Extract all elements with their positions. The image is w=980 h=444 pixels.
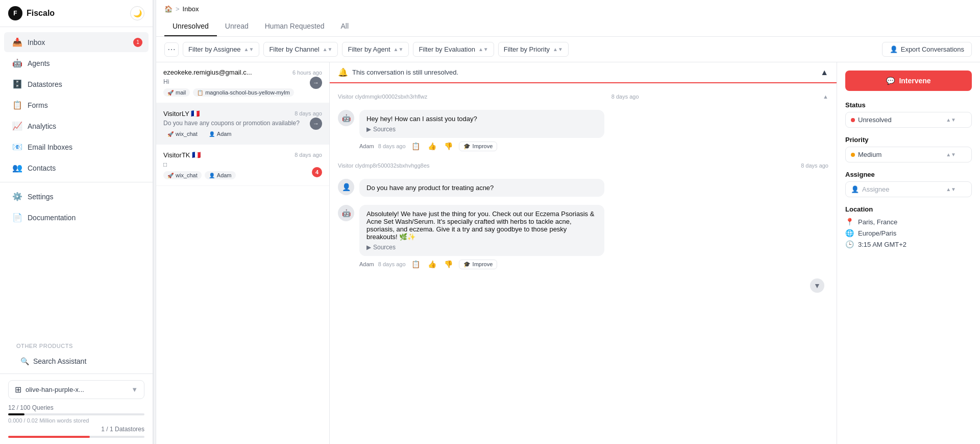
search-assistant-button[interactable]: 🔍 Search Assistant [12, 352, 140, 370]
breadcrumb-separator: > [176, 5, 180, 13]
priority-dot-icon [851, 153, 855, 157]
conv-email-3: VisitorTK 🇫🇷 [163, 151, 201, 159]
conversation-item-3[interactable]: VisitorTK 🇫🇷 8 days ago □ 🚀 wix_chat 👤 [156, 145, 329, 186]
settings-icon: ⚙️ [12, 192, 22, 201]
documentation-icon: 📄 [12, 213, 22, 222]
filter-assignee-chevron-icon: ▲▼ [244, 46, 254, 52]
status-label: Status [845, 101, 972, 109]
thumbs-down-button-3[interactable]: 👎 [443, 258, 455, 270]
filter-evaluation[interactable]: Filter by Evaluation ▲▼ [413, 42, 494, 57]
sidebar-item-analytics[interactable]: 📈 Analytics [4, 116, 149, 136]
inbox-header: 🏠 > Inbox Unresolved Unread Human Reques… [156, 0, 980, 37]
queries-info: 12 / 100 Queries [8, 404, 144, 411]
status-value: Unresolved [858, 116, 892, 124]
panels: ezeokeke.remigius@gmail.c... 6 hours ago… [156, 62, 980, 444]
storage-label: 0.000 / 0.02 Million words stored [8, 417, 89, 424]
inbox-icon: 📥 [12, 37, 22, 47]
filter-evaluation-label: Filter by Evaluation [419, 45, 475, 53]
conversation-item-1[interactable]: ezeokeke.remigius@gmail.c... 6 hours ago… [156, 62, 329, 103]
intervene-button[interactable]: 💬 Intervene [845, 71, 972, 91]
filter-channel[interactable]: Filter by Channel ▲▼ [263, 42, 338, 57]
export-conversations-button[interactable]: 👤 Export Conversations [882, 42, 972, 57]
sources-toggle-3[interactable]: ▶ Sources [366, 244, 597, 251]
visitor-bar-chevron-icon[interactable]: ▲ [823, 94, 828, 100]
improve-button-3[interactable]: 🎓 Improve [459, 260, 498, 269]
sidebar-item-contacts-label: Contacts [28, 164, 56, 172]
tab-human-requested[interactable]: Human Requested [257, 18, 333, 36]
assignee-chevron-icon: ▲▼ [946, 186, 956, 192]
sources-toggle-1[interactable]: ▶ Sources [366, 126, 597, 133]
tab-all[interactable]: All [333, 18, 357, 36]
priority-select[interactable]: Medium ▲▼ [845, 147, 972, 162]
location-city: Paris, France [858, 218, 897, 226]
priority-section: Priority Medium ▲▼ [845, 136, 972, 162]
conv-badge-3: 4 [312, 167, 322, 177]
main-content: 🏠 > Inbox Unresolved Unread Human Reques… [156, 0, 980, 444]
conv-preview-1: Hi [163, 78, 322, 85]
filter-options-button[interactable]: ⋯ [164, 42, 179, 57]
improve-button-1[interactable]: 🎓 Improve [459, 142, 498, 151]
sidebar-item-settings[interactable]: ⚙️ Settings [4, 186, 149, 206]
status-dot-icon [851, 118, 855, 122]
assignee-placeholder: Assignee [862, 185, 889, 193]
sidebar-item-forms[interactable]: 📋 Forms [4, 95, 149, 115]
globe-icon: 🌐 [845, 229, 854, 237]
tab-unresolved[interactable]: Unresolved [164, 18, 217, 36]
tabs: Unresolved Unread Human Requested All [164, 18, 972, 36]
banner-chevron-icon[interactable]: ▲ [820, 68, 828, 77]
sidebar-item-datastores[interactable]: 🗄️ Datastores [4, 74, 149, 94]
message-bubble-1: Hey hey! How can I assist you today? ▶ S… [359, 110, 604, 138]
message-footer-3: Adam 8 days ago 📋 👍 👎 🎓 Improve [359, 258, 828, 270]
sidebar-item-settings-label: Settings [28, 193, 54, 201]
filter-channel-label: Filter by Channel [269, 45, 319, 53]
sidebar-item-documentation[interactable]: 📄 Documentation [4, 207, 149, 227]
thumbs-up-button-1[interactable]: 👍 [426, 140, 438, 152]
wix-chat-tag-label-3: wix_chat [176, 172, 198, 178]
thumbs-down-button-1[interactable]: 👎 [443, 140, 455, 152]
sidebar-item-contacts[interactable]: 👥 Contacts [4, 158, 149, 178]
filter-agent[interactable]: Filter by Agent ▲▼ [342, 42, 409, 57]
filter-assignee[interactable]: Filter by Assignee ▲▼ [183, 42, 259, 57]
copy-button-1[interactable]: 📋 [410, 140, 422, 152]
avatar-1: 🤖 [338, 110, 354, 126]
visitor-id-2: Visitor clydmp8r500032sbxhvhgg8es [338, 162, 430, 169]
workspace-selector[interactable]: ⊞ olive-han-purple-x... ▼ [8, 380, 144, 399]
visitor-time-1: 8 days ago [611, 94, 639, 100]
status-select[interactable]: Unresolved ▲▼ [845, 112, 972, 128]
filter-assignee-label: Filter by Assignee [188, 45, 241, 53]
inbox-badge: 1 [133, 38, 142, 47]
tab-unread[interactable]: Unread [217, 18, 257, 36]
sidebar-item-datastores-label: Datastores [28, 80, 62, 88]
datastores-progress-bar [8, 436, 144, 438]
assignee-section: Assignee 👤 Assignee ▲▼ [845, 171, 972, 197]
conv-tag-adam-3: 👤 Adam [205, 171, 236, 179]
avatar-2: 👤 [338, 179, 354, 195]
thumbs-up-button-3[interactable]: 👍 [426, 258, 438, 270]
email-inboxes-icon: 📧 [12, 142, 22, 152]
workspace-name: olive-han-purple-x... [26, 386, 84, 393]
chat-messages: Visitor clydmmgkr00002sbxh3rhflwz 8 days… [330, 83, 837, 444]
visitor-info-bar-2: Visitor clydmp8r500032sbxhvhgg8es 8 days… [338, 160, 828, 171]
copy-button-3[interactable]: 📋 [410, 258, 422, 270]
message-author-3: Adam [359, 261, 374, 267]
conv-flag-2: 🇫🇷 [191, 109, 200, 118]
assignee-select[interactable]: 👤 Assignee ▲▼ [845, 181, 972, 197]
sidebar-item-email-inboxes[interactable]: 📧 Email Inboxes [4, 137, 149, 157]
sidebar-item-agents[interactable]: 🤖 Agents [4, 53, 149, 73]
sources-arrow-icon-1: ▶ [366, 126, 371, 133]
dark-mode-button[interactable]: 🌙 [130, 6, 144, 20]
conv-preview-2: Do you have any coupons or promotion ava… [163, 120, 322, 127]
message-content-2: Do you have any product for treating acn… [359, 179, 828, 197]
sidebar-item-agents-label: Agents [28, 59, 50, 67]
sidebar-nav: 📥 Inbox 1 🤖 Agents 🗄️ Datastores 📋 Forms… [0, 27, 153, 339]
home-icon[interactable]: 🏠 [164, 5, 173, 13]
location-time-item: 🕒 3:15 AM GMT+2 [845, 239, 972, 250]
queries-progress-bar [8, 413, 144, 415]
adam-tag-icon-3: 👤 [209, 173, 215, 178]
wix-chat-tag-icon-3: 🚀 [167, 173, 174, 178]
conversation-item-2[interactable]: VisitorLY 🇫🇷 8 days ago Do you have any … [156, 103, 329, 145]
scroll-down-button[interactable]: ▼ [810, 278, 824, 293]
sidebar-item-inbox[interactable]: 📥 Inbox 1 [4, 32, 149, 52]
sidebar-item-email-inboxes-label: Email Inboxes [28, 143, 72, 151]
filter-priority[interactable]: Filter by Priority ▲▼ [498, 42, 569, 57]
